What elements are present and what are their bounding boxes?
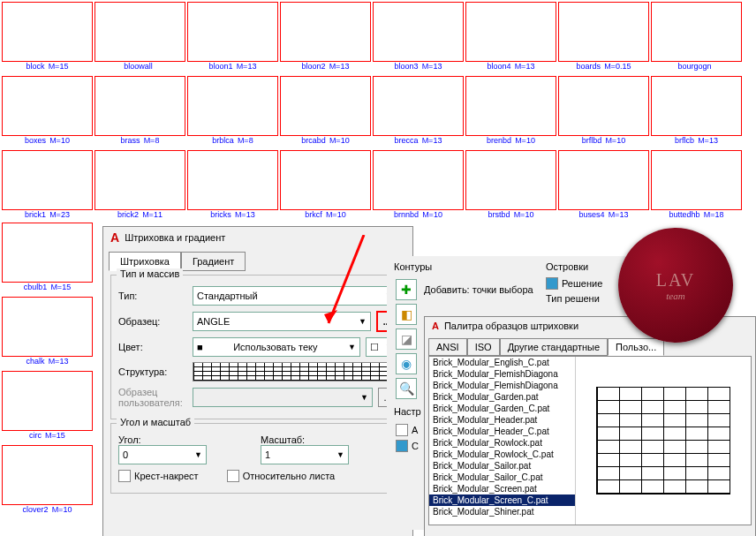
list-item[interactable]: Brick_Modular_Screen_C.pat [429, 494, 575, 506]
structure-preview[interactable] [193, 362, 397, 381]
hatch-dialog: A Штриховка и градиент Штриховка Градиен… [102, 226, 413, 536]
app-icon: A [432, 321, 439, 331]
chevron-down-icon: ▼ [359, 317, 367, 326]
tab-custom[interactable]: Пользо... [608, 338, 664, 356]
list-item[interactable]: Brick_Modular_FlemishDiagona [429, 380, 575, 391]
pattern-swatch[interactable]: boardsM=0.15 [558, 2, 649, 74]
remove-boundary-button[interactable]: ◪ [396, 328, 417, 350]
group-angle: Угол и масштаб [117, 417, 194, 427]
color-combo[interactable]: ■ Использовать теку▼ [193, 337, 360, 357]
pattern-swatch[interactable]: brstbdM=10 [465, 150, 556, 223]
relative-paper-checkbox[interactable]: Относительно листа [227, 470, 336, 482]
watermark-seal: LAV team [618, 228, 733, 343]
list-item[interactable]: Brick_Modular_Header_C.pat [429, 426, 575, 437]
pattern-swatch[interactable]: buttedhbM=18 [651, 150, 742, 223]
pattern-swatch[interactable]: brkcfM=10 [280, 150, 371, 223]
pattern-swatch[interactable]: brnnbdM=10 [373, 150, 464, 223]
pattern-swatch[interactable]: boxesM=10 [2, 76, 93, 148]
pattern-swatch[interactable]: clover2M=10 [2, 445, 93, 517]
assoc-checkbox[interactable]: С [396, 440, 419, 452]
pattern-swatch[interactable]: bricksM=13 [187, 150, 278, 223]
group-type: Тип и массив [117, 268, 183, 279]
list-item[interactable]: Brick_Modular_Rowlock_C.pat [429, 449, 575, 460]
pattern-swatch[interactable]: brick1M=23 [2, 150, 93, 223]
pattern-swatch[interactable]: cbulb1M=15 [2, 223, 93, 295]
pattern-swatch[interactable]: bloon4M=13 [465, 2, 556, 74]
pattern-swatch[interactable]: bourgogn [651, 2, 742, 74]
pattern-combo[interactable]: ANGLE▼ [193, 312, 371, 331]
pattern-swatch[interactable]: breccaM=13 [373, 76, 464, 148]
pattern-swatch[interactable]: chalkM=13 [2, 297, 93, 369]
struct-label: Структура: [118, 366, 187, 377]
pattern-swatch[interactable]: brflcbM=13 [651, 76, 742, 148]
app-icon: A [110, 230, 119, 245]
list-item[interactable]: Brick_Modular_Garden_C.pat [429, 403, 575, 414]
list-item[interactable]: Brick_Modular_Garden.pat [429, 391, 575, 403]
tab-ansi[interactable]: ANSI [428, 338, 467, 356]
pattern-swatch[interactable]: bloon3M=13 [373, 2, 464, 74]
brick-preview [596, 387, 730, 494]
scale-input[interactable]: 1▼ [261, 445, 349, 464]
angle-label: Угол: [118, 434, 255, 445]
pattern-swatch[interactable]: brflbdM=10 [558, 76, 649, 148]
list-item[interactable]: Brick_Modular_Header.pat [429, 414, 575, 426]
list-item[interactable]: Brick_Modular_Sailor_C.pat [429, 472, 575, 483]
type-combo[interactable]: Стандартный▼ [193, 286, 397, 306]
pattern-swatch[interactable]: bloon1M=13 [187, 2, 278, 74]
list-item[interactable]: Brick_Modular_Rowlock.pat [429, 437, 575, 449]
pattern-swatch[interactable]: brblcaM=8 [187, 76, 278, 148]
double-hatch-checkbox[interactable]: Крест-накрест [118, 470, 199, 482]
tab-iso[interactable]: ISO [467, 338, 500, 356]
palette-title: Палитра образцов штриховки [444, 321, 578, 331]
pattern-swatch[interactable]: bloon2M=13 [280, 2, 371, 74]
pattern-palette-dialog: A Палитра образцов штриховки ANSI ISO Др… [424, 316, 756, 536]
pattern-swatch[interactable]: brcabdM=10 [280, 76, 371, 148]
add-pick-points-button[interactable]: ✚ [396, 279, 417, 300]
recreate-boundary-button[interactable]: ◉ [396, 353, 417, 374]
user-pattern-combo: ▼ [193, 388, 373, 407]
pattern-swatch[interactable]: blockM=15 [2, 2, 93, 74]
scale-label: Масштаб: [261, 434, 397, 445]
pattern-swatch[interactable]: circM=15 [2, 371, 93, 443]
pattern-list[interactable]: Brick_Modular_English_C.patBrick_Modular… [429, 357, 576, 525]
pattern-swatch[interactable]: bloowall [94, 2, 185, 74]
pattern-swatch[interactable]: brick2M=11 [94, 150, 185, 223]
user-pattern-label: Образец пользователя: [118, 387, 187, 408]
pattern-swatch[interactable]: buses4M=13 [558, 150, 649, 223]
chevron-down-icon: ▼ [348, 343, 356, 351]
color-label: Цвет: [118, 342, 187, 352]
list-item[interactable]: Brick_Modular_English_C.pat [429, 357, 575, 368]
type-label: Тип: [118, 291, 187, 301]
list-item[interactable]: Brick_Modular_FlemishDiagona [429, 368, 575, 380]
tab-gradient[interactable]: Градиент [181, 252, 246, 271]
annot-checkbox[interactable]: А [396, 424, 418, 436]
pattern-swatch[interactable]: brassM=8 [94, 76, 185, 148]
dialog-title: Штриховка и градиент [125, 232, 225, 243]
angle-input[interactable]: 0▼ [118, 445, 207, 464]
pattern-preview [576, 357, 751, 525]
pattern-swatch[interactable]: brenbdM=10 [465, 76, 556, 148]
list-item[interactable]: Brick_Modular_Shiner.pat [429, 506, 575, 517]
list-item[interactable]: Brick_Modular_Screen.pat [429, 483, 575, 494]
list-item[interactable]: Brick_Modular_Sailor.pat [429, 460, 575, 472]
add-pick-points-label: Добавить: точки выбора [424, 284, 533, 295]
tab-other[interactable]: Другие стандартные [500, 338, 608, 356]
pattern-label: Образец: [118, 316, 187, 327]
add-select-button[interactable]: ◧ [396, 304, 417, 325]
view-selection-button[interactable]: 🔍 [396, 378, 417, 399]
